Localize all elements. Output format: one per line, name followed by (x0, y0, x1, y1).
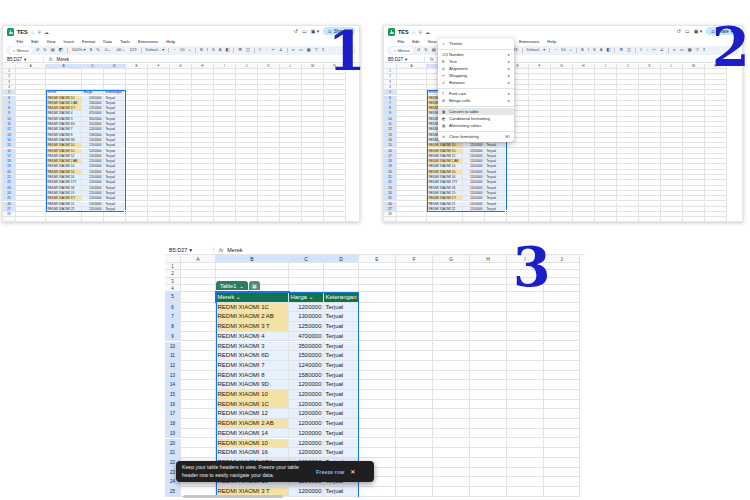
cell[interactable] (289, 263, 324, 270)
cell[interactable] (359, 285, 396, 292)
cell[interactable] (433, 439, 470, 449)
cell[interactable]: REDMI XIAOMI 10 (216, 390, 289, 400)
cell[interactable] (544, 322, 580, 332)
cell[interactable] (544, 487, 580, 497)
cell[interactable] (470, 439, 507, 449)
cell[interactable]: REDMI XIAOMI 16 (216, 448, 289, 458)
cell[interactable] (46, 217, 82, 221)
video-call-icon[interactable]: ▣ ▾ (694, 28, 703, 34)
cell[interactable] (507, 409, 544, 419)
cell[interactable] (181, 361, 216, 371)
cell[interactable] (396, 409, 433, 419)
video-call-icon[interactable]: ▣ ▾ (311, 28, 320, 34)
column-letter[interactable]: A (181, 255, 216, 263)
cell[interactable] (470, 468, 507, 478)
cell[interactable] (181, 292, 216, 303)
freeze-row-button[interactable]: Freeze row (316, 469, 344, 475)
cell[interactable]: 1200000 (289, 390, 324, 400)
cell[interactable] (507, 380, 544, 390)
cell[interactable]: Terjual (324, 429, 359, 439)
formula-input[interactable]: Merek (57, 57, 70, 62)
v-align-icon[interactable]: ↕ (646, 48, 648, 52)
cell[interactable]: 1200000 (289, 448, 324, 458)
row-number[interactable]: 3 (165, 278, 181, 285)
cell[interactable] (433, 400, 470, 410)
cell[interactable] (470, 429, 507, 439)
decrease-decimals-icon[interactable]: .0← (104, 48, 112, 52)
cell[interactable]: 1580000 (289, 371, 324, 381)
cell[interactable] (470, 270, 507, 277)
cell[interactable]: Terjual (324, 487, 359, 497)
format-menu-item-conditional-formatting[interactable]: ◩Conditional formatting (438, 115, 514, 122)
cell[interactable]: Terjual (324, 439, 359, 449)
cell[interactable] (661, 217, 683, 221)
comment-icon[interactable]: ▭ (685, 28, 690, 34)
name-box[interactable]: B5:D27▾ (384, 57, 418, 62)
cell[interactable] (181, 312, 216, 322)
strikethrough-icon[interactable]: S (212, 48, 215, 52)
cell[interactable] (324, 278, 359, 285)
font-size-plus-icon[interactable]: + (189, 48, 191, 52)
cell[interactable]: Terjual (324, 448, 359, 458)
cell[interactable] (181, 390, 216, 400)
cell[interactable] (544, 303, 580, 313)
fill-handle[interactable] (505, 210, 508, 213)
increase-decimals-icon[interactable]: .00→ (115, 48, 125, 52)
row-number[interactable] (3, 217, 16, 221)
cell[interactable]: Terjual (324, 380, 359, 390)
cell[interactable] (595, 217, 617, 221)
cell[interactable] (507, 217, 529, 221)
row-number[interactable]: 20 (165, 439, 181, 449)
cell[interactable]: REDMI XIAOMI 3 (216, 342, 289, 352)
cell[interactable] (507, 322, 544, 332)
cell[interactable] (359, 303, 396, 313)
format-menu-item-theme[interactable]: ◑Theme (438, 40, 514, 47)
cell[interactable]: REDMI XIAOMI 7 (216, 361, 289, 371)
cell[interactable]: Terjual (324, 371, 359, 381)
fill-color-icon[interactable]: ◧ (607, 48, 611, 52)
cell[interactable] (470, 312, 507, 322)
row-number[interactable]: 6 (165, 303, 181, 313)
cell[interactable] (544, 390, 580, 400)
row-number[interactable]: 10 (165, 342, 181, 352)
column-letter[interactable]: H (470, 255, 507, 263)
cell[interactable] (507, 429, 544, 439)
h-align-icon[interactable]: ≡ (640, 48, 642, 52)
cell[interactable]: REDMI XIAOMI 1C (216, 303, 289, 313)
move-folder-icon[interactable]: ⎘ (419, 30, 423, 35)
cell[interactable] (280, 217, 302, 221)
comment-icon[interactable]: ▭ (302, 28, 307, 34)
cell[interactable] (170, 217, 192, 221)
cell[interactable] (359, 361, 396, 371)
cell[interactable] (433, 332, 470, 342)
cell[interactable] (359, 278, 396, 285)
cell[interactable] (544, 477, 580, 487)
cell[interactable]: 1200000 (289, 400, 324, 410)
cell[interactable] (433, 303, 470, 313)
wrap-text-icon[interactable]: ↩ (272, 48, 276, 52)
cell[interactable]: Terjual (324, 322, 359, 332)
font-select[interactable]: Defaul... ▾ (146, 48, 165, 52)
cell[interactable] (396, 351, 433, 361)
print-icon[interactable]: ▤ (51, 48, 55, 52)
cell[interactable] (544, 448, 580, 458)
cell[interactable] (470, 322, 507, 332)
cell[interactable] (396, 270, 433, 277)
cell[interactable]: Terjual (324, 361, 359, 371)
cell[interactable] (433, 292, 470, 303)
cell[interactable] (396, 468, 433, 478)
row-number[interactable]: 13 (165, 371, 181, 381)
redo-icon[interactable]: ↻ (43, 48, 47, 52)
print-icon[interactable]: ▤ (432, 48, 436, 52)
format-menu-item-convert-to-table[interactable]: ▦Convert to table (438, 108, 514, 115)
name-box[interactable]: B5:D27▾ (3, 57, 37, 62)
cell[interactable] (324, 263, 359, 270)
cell[interactable] (359, 380, 396, 390)
menu-extensions[interactable]: Extensions (517, 39, 540, 45)
cell[interactable] (181, 285, 216, 292)
cell[interactable]: 1200000 (289, 419, 324, 429)
cell[interactable]: REDMI XIAOMI 8 (216, 371, 289, 381)
sheets-logo-icon[interactable] (388, 28, 395, 36)
zoom-select[interactable]: 100% ▾ (72, 48, 86, 52)
format-menu-item-wrapping[interactable]: ↩Wrapping▸ (438, 72, 514, 79)
